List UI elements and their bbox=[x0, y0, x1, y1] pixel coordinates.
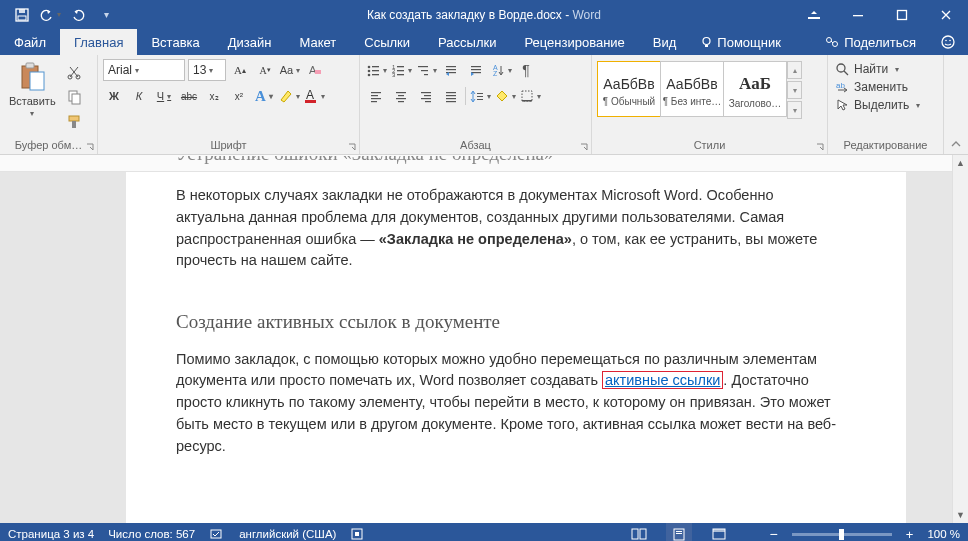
align-left-icon[interactable] bbox=[365, 85, 387, 107]
tab-layout[interactable]: Макет bbox=[285, 29, 350, 55]
italic-button[interactable]: К bbox=[128, 85, 150, 107]
paragraph[interactable]: В некоторых случаях закладки не отобража… bbox=[176, 185, 846, 272]
shading-icon[interactable] bbox=[494, 85, 516, 107]
increase-indent-icon[interactable] bbox=[465, 59, 487, 81]
heading[interactable]: Создание активных ссылок в документе bbox=[176, 308, 846, 337]
format-painter-icon[interactable] bbox=[63, 111, 85, 133]
tab-design[interactable]: Дизайн bbox=[214, 29, 286, 55]
svg-rect-51 bbox=[371, 98, 381, 99]
paste-icon bbox=[16, 61, 48, 93]
svg-rect-35 bbox=[397, 70, 404, 71]
change-case-icon[interactable]: Aa bbox=[279, 59, 301, 81]
save-icon[interactable] bbox=[8, 0, 36, 29]
dialog-launcher-icon[interactable] bbox=[85, 142, 95, 152]
macro-icon[interactable] bbox=[350, 527, 364, 541]
read-mode-icon[interactable] bbox=[626, 523, 652, 541]
tab-mailings[interactable]: Рассылки bbox=[424, 29, 510, 55]
replace-button[interactable]: abЗаменить bbox=[833, 79, 922, 95]
show-marks-icon[interactable]: ¶ bbox=[515, 59, 537, 81]
styles-scroll-up-icon[interactable]: ▴ bbox=[787, 61, 802, 79]
font-color-icon[interactable]: A bbox=[303, 85, 325, 107]
tab-view[interactable]: Вид bbox=[639, 29, 691, 55]
superscript-button[interactable]: x² bbox=[228, 85, 250, 107]
bold-button[interactable]: Ж bbox=[103, 85, 125, 107]
document-filename: Как создать закладку в Ворде.docx bbox=[367, 8, 562, 22]
close-icon[interactable] bbox=[924, 0, 968, 29]
minimize-icon[interactable] bbox=[836, 0, 880, 29]
dialog-launcher-icon[interactable] bbox=[815, 142, 825, 152]
svg-point-26 bbox=[367, 66, 370, 69]
word-count[interactable]: Число слов: 567 bbox=[108, 528, 195, 540]
numbering-icon[interactable]: 123 bbox=[390, 59, 412, 81]
tab-insert[interactable]: Вставка bbox=[137, 29, 213, 55]
sort-icon[interactable]: AZ bbox=[490, 59, 512, 81]
svg-text:Z: Z bbox=[493, 70, 498, 77]
share-button[interactable]: Поделиться bbox=[813, 35, 928, 50]
styles-more-icon[interactable]: ▾ bbox=[787, 101, 802, 119]
find-button[interactable]: Найти▾ bbox=[833, 61, 922, 77]
bullets-icon[interactable] bbox=[365, 59, 387, 81]
style-normal[interactable]: АаБбВв¶ Обычный bbox=[597, 61, 661, 117]
spellcheck-icon[interactable] bbox=[209, 527, 225, 541]
align-center-icon[interactable] bbox=[390, 85, 412, 107]
svg-rect-40 bbox=[424, 74, 428, 75]
tab-references[interactable]: Ссылки bbox=[350, 29, 424, 55]
zoom-out-icon[interactable]: − bbox=[770, 526, 778, 541]
language-indicator[interactable]: английский (США) bbox=[239, 528, 336, 540]
text-effects-icon[interactable]: A bbox=[253, 85, 275, 107]
borders-icon[interactable] bbox=[519, 85, 541, 107]
scroll-down-icon[interactable]: ▼ bbox=[953, 507, 968, 523]
svg-point-10 bbox=[942, 36, 954, 48]
highlight-icon[interactable] bbox=[278, 85, 300, 107]
grow-font-icon[interactable]: A▴ bbox=[229, 59, 251, 81]
align-right-icon[interactable] bbox=[415, 85, 437, 107]
svg-rect-49 bbox=[371, 92, 381, 93]
ribbon-options-icon[interactable] bbox=[792, 0, 836, 29]
styles-scroll-down-icon[interactable]: ▾ bbox=[787, 81, 802, 99]
vertical-scrollbar[interactable]: ▲ ▼ bbox=[952, 155, 968, 523]
svg-rect-55 bbox=[396, 98, 406, 99]
multilevel-list-icon[interactable] bbox=[415, 59, 437, 81]
tab-review[interactable]: Рецензирование bbox=[510, 29, 638, 55]
svg-rect-21 bbox=[72, 121, 76, 128]
select-button[interactable]: Выделить▾ bbox=[833, 97, 922, 113]
tab-home[interactable]: Главная bbox=[60, 29, 137, 55]
copy-icon[interactable] bbox=[63, 86, 85, 108]
web-layout-icon[interactable] bbox=[706, 523, 732, 541]
underline-button[interactable]: Ч bbox=[153, 85, 175, 107]
ribbon-tabs: Файл Главная Вставка Дизайн Макет Ссылки… bbox=[0, 29, 968, 55]
strikethrough-button[interactable]: abc bbox=[178, 85, 200, 107]
subscript-button[interactable]: x₂ bbox=[203, 85, 225, 107]
decrease-indent-icon[interactable] bbox=[440, 59, 462, 81]
font-name-combo[interactable]: Arial bbox=[103, 59, 185, 81]
collapse-ribbon-icon[interactable] bbox=[944, 55, 968, 154]
paste-button[interactable]: Вставить ▾ bbox=[5, 59, 60, 120]
page-indicator[interactable]: Страница 3 из 4 bbox=[8, 528, 94, 540]
hyperlink[interactable]: активные ссылки bbox=[602, 371, 723, 389]
cut-icon[interactable] bbox=[63, 61, 85, 83]
tab-file[interactable]: Файл bbox=[0, 29, 60, 55]
clear-format-icon[interactable]: A bbox=[304, 59, 326, 81]
zoom-in-icon[interactable]: + bbox=[906, 527, 914, 542]
scroll-up-icon[interactable]: ▲ bbox=[953, 155, 968, 171]
paragraph[interactable]: Помимо закладок, с помощью которых можно… bbox=[176, 349, 846, 458]
zoom-slider[interactable] bbox=[792, 533, 892, 536]
style-heading1[interactable]: АаБЗаголово… bbox=[723, 61, 787, 117]
font-size-combo[interactable]: 13 bbox=[188, 59, 226, 81]
zoom-level[interactable]: 100 % bbox=[927, 528, 960, 540]
dialog-launcher-icon[interactable] bbox=[347, 142, 357, 152]
qat-dropdown-icon[interactable]: ▾ bbox=[92, 0, 120, 29]
style-no-spacing[interactable]: АаБбВв¶ Без инте… bbox=[660, 61, 724, 117]
maximize-icon[interactable] bbox=[880, 0, 924, 29]
feedback-icon[interactable] bbox=[928, 34, 968, 50]
shrink-font-icon[interactable]: A▾ bbox=[254, 59, 276, 81]
line-spacing-icon[interactable] bbox=[469, 85, 491, 107]
group-label: Редактирование bbox=[844, 139, 928, 151]
dialog-launcher-icon[interactable] bbox=[579, 142, 589, 152]
justify-icon[interactable] bbox=[440, 85, 462, 107]
undo-icon[interactable] bbox=[36, 0, 64, 29]
document-canvas[interactable]: Устранение ошибки «Закладка не определен… bbox=[0, 155, 952, 523]
redo-icon[interactable] bbox=[64, 0, 92, 29]
tell-me[interactable]: Помощник bbox=[690, 29, 791, 55]
print-layout-icon[interactable] bbox=[666, 523, 692, 541]
